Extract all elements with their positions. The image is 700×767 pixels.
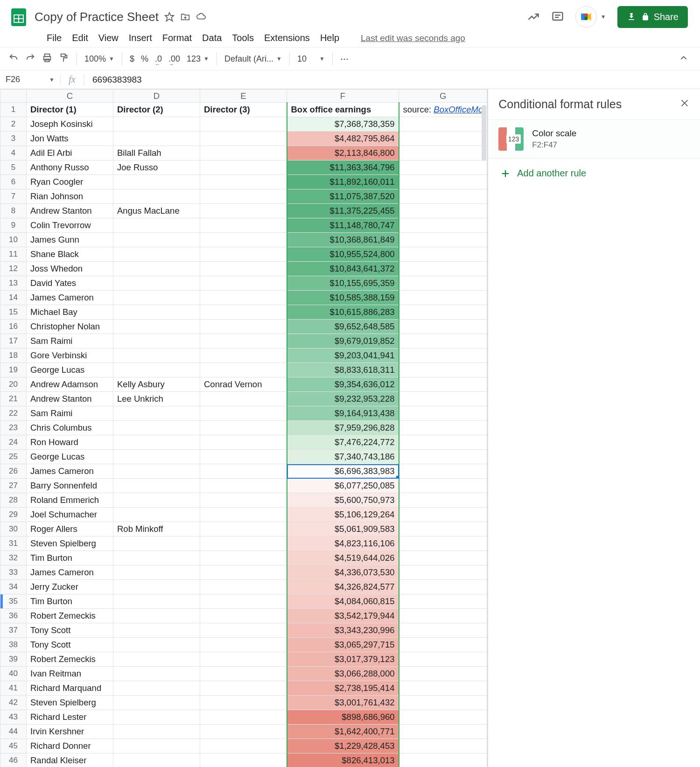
cell[interactable]: Steven Spielberg xyxy=(27,696,113,710)
cell[interactable] xyxy=(399,580,487,594)
cell[interactable] xyxy=(200,160,287,175)
cell[interactable] xyxy=(399,421,487,435)
cell[interactable] xyxy=(399,594,487,609)
cell[interactable] xyxy=(399,204,487,218)
col-header-E[interactable]: E xyxy=(200,90,287,103)
cell[interactable]: Director (1) xyxy=(27,103,113,117)
zoom-select[interactable]: 100%▼ xyxy=(84,54,114,64)
redo-icon[interactable] xyxy=(25,53,35,65)
cell[interactable] xyxy=(399,493,487,508)
cell[interactable]: $7,476,224,772 xyxy=(287,435,399,450)
cell[interactable] xyxy=(399,681,487,696)
cell[interactable] xyxy=(200,623,287,638)
row-header[interactable]: 30 xyxy=(0,522,27,537)
cell[interactable]: Angus MacLane xyxy=(113,204,200,218)
cell[interactable] xyxy=(399,537,487,551)
cell[interactable]: $11,375,225,455 xyxy=(287,204,399,218)
more-tools-icon[interactable]: ⋯ xyxy=(340,54,350,64)
cell[interactable] xyxy=(113,565,200,580)
cell[interactable] xyxy=(399,551,487,565)
add-rule-button[interactable]: Add another rule xyxy=(488,159,700,188)
undo-icon[interactable] xyxy=(8,53,19,65)
vertical-scrollbar[interactable] xyxy=(482,105,486,161)
cell[interactable] xyxy=(399,753,487,767)
cell[interactable] xyxy=(113,537,200,551)
cell[interactable] xyxy=(113,667,200,681)
cell[interactable]: Kelly Asbury xyxy=(113,377,200,392)
cloud-status-icon[interactable] xyxy=(196,12,206,22)
cell[interactable]: James Cameron xyxy=(27,291,113,305)
move-to-folder-icon[interactable] xyxy=(180,12,190,22)
cell[interactable]: James Gunn xyxy=(27,233,113,247)
cell[interactable]: source: BoxOfficeMo xyxy=(399,103,487,117)
row-header[interactable]: 10 xyxy=(0,233,27,247)
cell[interactable] xyxy=(113,406,200,421)
cell[interactable]: $7,368,738,359 xyxy=(287,117,399,132)
col-header-D[interactable]: D xyxy=(113,90,200,103)
cell[interactable]: $10,368,861,849 xyxy=(287,233,399,247)
cell[interactable]: $11,148,780,747 xyxy=(287,218,399,233)
cell[interactable] xyxy=(399,435,487,450)
cell[interactable]: $4,336,073,530 xyxy=(287,565,399,580)
cell[interactable]: Roger Allers xyxy=(27,522,113,537)
cell[interactable]: Chris Columbus xyxy=(27,421,113,435)
cell[interactable] xyxy=(113,450,200,464)
cell[interactable] xyxy=(200,406,287,421)
cell[interactable] xyxy=(200,189,287,204)
cell[interactable]: Anthony Russo xyxy=(27,160,113,175)
menu-format[interactable]: Format xyxy=(162,33,192,43)
menu-file[interactable]: File xyxy=(47,33,62,43)
spreadsheet-grid[interactable]: C D E F G 1 Director (1) Director (2) Di… xyxy=(0,89,487,767)
cell[interactable] xyxy=(200,421,287,435)
formula-bar[interactable]: 6696383983 xyxy=(84,75,142,85)
cell[interactable]: $7,340,743,186 xyxy=(287,450,399,464)
row-header[interactable]: 36 xyxy=(0,609,27,623)
cell[interactable] xyxy=(200,247,287,262)
cell[interactable] xyxy=(113,479,200,493)
cell[interactable] xyxy=(399,247,487,262)
cell[interactable]: Joe Russo xyxy=(113,160,200,175)
print-icon[interactable] xyxy=(42,53,52,65)
cell[interactable]: $9,354,636,012 xyxy=(287,377,399,392)
row-header[interactable]: 17 xyxy=(0,334,27,349)
cell[interactable]: $1,642,400,771 xyxy=(287,725,399,739)
cell[interactable] xyxy=(113,421,200,435)
cell[interactable]: $10,843,641,372 xyxy=(287,262,399,276)
doc-title[interactable]: Copy of Practice Sheet xyxy=(35,10,159,24)
row-header[interactable]: 28 xyxy=(0,493,27,508)
cell[interactable]: Ryan Coogler xyxy=(27,175,113,189)
cell[interactable] xyxy=(200,435,287,450)
increase-decimal-button[interactable]: .00→ xyxy=(168,54,180,64)
cell[interactable]: Andrew Adamson xyxy=(27,377,113,392)
cell[interactable] xyxy=(113,753,200,767)
cell[interactable] xyxy=(113,305,200,320)
row-header[interactable]: 16 xyxy=(0,320,27,334)
row-header[interactable]: 12 xyxy=(0,262,27,276)
cell[interactable] xyxy=(200,464,287,479)
cell[interactable] xyxy=(113,262,200,276)
cell[interactable]: $5,061,909,583 xyxy=(287,522,399,537)
cell[interactable]: Robert Zemeckis xyxy=(27,652,113,667)
meet-icon[interactable] xyxy=(575,6,597,28)
cell[interactable] xyxy=(200,508,287,522)
cell[interactable]: Box office earnings xyxy=(287,103,399,117)
row-header[interactable]: 20 xyxy=(0,377,27,392)
cell[interactable] xyxy=(200,753,287,767)
font-size-select[interactable]: 10 ▼ xyxy=(297,54,325,64)
cell[interactable] xyxy=(399,117,487,132)
open-insights-icon[interactable] xyxy=(527,10,540,23)
cell[interactable]: $11,363,364,796 xyxy=(287,160,399,175)
row-header[interactable]: 26 xyxy=(0,464,27,479)
row-header[interactable]: 11 xyxy=(0,247,27,262)
cell[interactable]: $9,652,648,585 xyxy=(287,320,399,334)
cell[interactable] xyxy=(113,594,200,609)
cell[interactable]: $9,203,041,941 xyxy=(287,349,399,363)
cell[interactable] xyxy=(113,725,200,739)
cell[interactable]: $9,164,913,438 xyxy=(287,406,399,421)
row-header[interactable]: 34 xyxy=(0,580,27,594)
cell[interactable]: James Cameron xyxy=(27,565,113,580)
cell[interactable]: $5,106,129,264 xyxy=(287,508,399,522)
cell[interactable]: $3,065,297,715 xyxy=(287,638,399,652)
cell[interactable]: Robert Zemeckis xyxy=(27,609,113,623)
cell[interactable]: Andrew Stanton xyxy=(27,204,113,218)
